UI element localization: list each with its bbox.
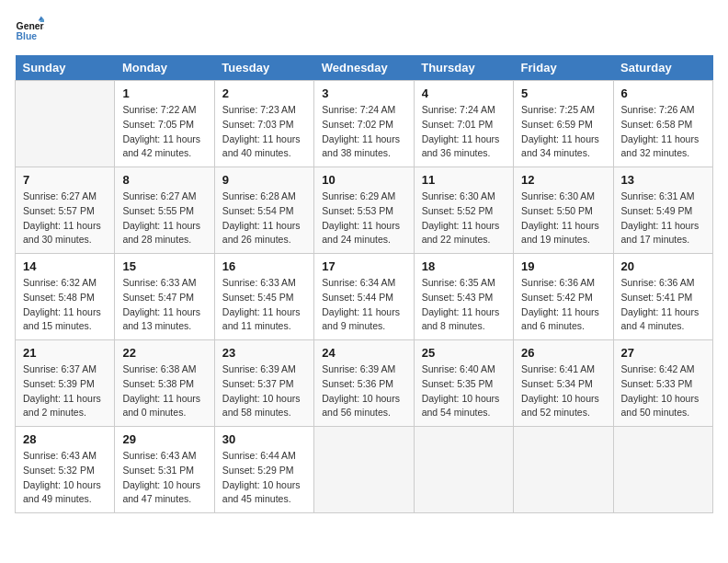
weekday-sunday: Sunday	[16, 55, 115, 81]
day-cell: 14Sunrise: 6:32 AMSunset: 5:48 PMDayligh…	[16, 254, 115, 340]
day-number: 20	[621, 259, 705, 273]
day-info: Sunrise: 7:22 AMSunset: 7:05 PMDaylight:…	[122, 103, 206, 161]
day-number: 16	[222, 259, 306, 273]
day-number: 27	[621, 346, 705, 360]
weekday-tuesday: Tuesday	[214, 55, 313, 81]
day-cell	[314, 427, 414, 513]
day-number: 5	[521, 86, 605, 100]
day-info: Sunrise: 6:41 AMSunset: 5:34 PMDaylight:…	[521, 362, 605, 420]
day-info: Sunrise: 6:43 AMSunset: 5:31 PMDaylight:…	[122, 449, 206, 507]
day-info: Sunrise: 6:33 AMSunset: 5:47 PMDaylight:…	[122, 276, 206, 334]
week-row-1: 7Sunrise: 6:27 AMSunset: 5:57 PMDaylight…	[16, 167, 713, 254]
day-number: 22	[122, 346, 206, 360]
day-info: Sunrise: 6:44 AMSunset: 5:29 PMDaylight:…	[222, 449, 306, 507]
day-number: 15	[122, 259, 206, 273]
day-info: Sunrise: 6:28 AMSunset: 5:54 PMDaylight:…	[222, 190, 306, 247]
day-info: Sunrise: 7:25 AMSunset: 6:59 PMDaylight:…	[521, 103, 605, 161]
week-row-3: 21Sunrise: 6:37 AMSunset: 5:39 PMDayligh…	[16, 340, 713, 427]
day-cell: 12Sunrise: 6:30 AMSunset: 5:50 PMDayligh…	[514, 167, 613, 254]
day-info: Sunrise: 6:29 AMSunset: 5:53 PMDaylight:…	[322, 190, 405, 247]
day-cell: 9Sunrise: 6:28 AMSunset: 5:54 PMDaylight…	[214, 167, 313, 254]
page-header: General Blue	[15, 15, 713, 44]
day-info: Sunrise: 6:42 AMSunset: 5:33 PMDaylight:…	[621, 362, 705, 420]
day-info: Sunrise: 6:39 AMSunset: 5:36 PMDaylight:…	[322, 362, 405, 420]
day-number: 28	[23, 432, 107, 446]
day-info: Sunrise: 6:34 AMSunset: 5:44 PMDaylight:…	[322, 276, 405, 334]
day-cell: 5Sunrise: 7:25 AMSunset: 6:59 PMDaylight…	[514, 81, 613, 167]
day-cell: 4Sunrise: 7:24 AMSunset: 7:01 PMDaylight…	[414, 81, 513, 167]
day-cell: 8Sunrise: 6:27 AMSunset: 5:55 PMDaylight…	[115, 167, 214, 254]
day-info: Sunrise: 6:38 AMSunset: 5:38 PMDaylight:…	[122, 362, 206, 420]
weekday-monday: Monday	[115, 55, 214, 81]
day-info: Sunrise: 6:40 AMSunset: 5:35 PMDaylight:…	[422, 362, 506, 420]
day-number: 1	[122, 86, 206, 100]
day-cell: 19Sunrise: 6:36 AMSunset: 5:42 PMDayligh…	[514, 254, 613, 340]
day-cell: 2Sunrise: 7:23 AMSunset: 7:03 PMDaylight…	[214, 81, 313, 167]
day-cell: 1Sunrise: 7:22 AMSunset: 7:05 PMDaylight…	[115, 81, 214, 167]
calendar-header: SundayMondayTuesdayWednesdayThursdayFrid…	[16, 55, 713, 81]
svg-text:Blue: Blue	[17, 31, 38, 41]
day-cell: 16Sunrise: 6:33 AMSunset: 5:45 PMDayligh…	[214, 254, 313, 340]
day-cell: 3Sunrise: 7:24 AMSunset: 7:02 PMDaylight…	[314, 81, 414, 167]
day-number: 21	[23, 346, 107, 360]
day-cell: 25Sunrise: 6:40 AMSunset: 5:35 PMDayligh…	[414, 340, 513, 427]
day-info: Sunrise: 7:23 AMSunset: 7:03 PMDaylight:…	[222, 103, 306, 161]
day-info: Sunrise: 7:24 AMSunset: 7:02 PMDaylight:…	[322, 103, 405, 161]
weekday-thursday: Thursday	[414, 55, 513, 81]
day-info: Sunrise: 6:30 AMSunset: 5:52 PMDaylight:…	[422, 190, 506, 247]
day-cell	[16, 81, 115, 167]
day-number: 7	[23, 173, 107, 187]
day-number: 18	[422, 259, 506, 273]
day-number: 29	[122, 432, 206, 446]
day-info: Sunrise: 7:24 AMSunset: 7:01 PMDaylight:…	[422, 103, 506, 161]
weekday-saturday: Saturday	[613, 55, 712, 81]
day-number: 25	[422, 346, 506, 360]
logo-icon: General Blue	[15, 15, 44, 44]
day-info: Sunrise: 6:37 AMSunset: 5:39 PMDaylight:…	[23, 362, 107, 420]
week-row-0: 1Sunrise: 7:22 AMSunset: 7:05 PMDaylight…	[16, 81, 713, 167]
logo: General Blue	[15, 15, 48, 44]
day-number: 12	[521, 173, 605, 187]
day-number: 11	[422, 173, 506, 187]
day-number: 2	[222, 86, 306, 100]
day-number: 14	[23, 259, 107, 273]
day-cell: 27Sunrise: 6:42 AMSunset: 5:33 PMDayligh…	[613, 340, 712, 427]
day-info: Sunrise: 6:31 AMSunset: 5:49 PMDaylight:…	[621, 190, 705, 247]
day-cell: 10Sunrise: 6:29 AMSunset: 5:53 PMDayligh…	[314, 167, 414, 254]
day-info: Sunrise: 7:26 AMSunset: 6:58 PMDaylight:…	[621, 103, 705, 161]
day-cell	[613, 427, 712, 513]
day-number: 17	[322, 259, 405, 273]
day-number: 3	[322, 86, 405, 100]
day-cell	[414, 427, 513, 513]
day-number: 19	[521, 259, 605, 273]
day-number: 4	[422, 86, 506, 100]
day-info: Sunrise: 6:27 AMSunset: 5:55 PMDaylight:…	[122, 190, 206, 247]
calendar-table: SundayMondayTuesdayWednesdayThursdayFrid…	[15, 55, 713, 513]
day-number: 24	[322, 346, 405, 360]
day-info: Sunrise: 6:33 AMSunset: 5:45 PMDaylight:…	[222, 276, 306, 334]
day-info: Sunrise: 6:35 AMSunset: 5:43 PMDaylight:…	[422, 276, 506, 334]
day-number: 23	[222, 346, 306, 360]
day-info: Sunrise: 6:27 AMSunset: 5:57 PMDaylight:…	[23, 190, 107, 247]
weekday-wednesday: Wednesday	[314, 55, 414, 81]
day-cell: 24Sunrise: 6:39 AMSunset: 5:36 PMDayligh…	[314, 340, 414, 427]
day-cell	[514, 427, 613, 513]
weekday-header-row: SundayMondayTuesdayWednesdayThursdayFrid…	[16, 55, 713, 81]
day-info: Sunrise: 6:36 AMSunset: 5:41 PMDaylight:…	[621, 276, 705, 334]
svg-text:General: General	[17, 21, 44, 31]
day-number: 26	[521, 346, 605, 360]
day-cell: 13Sunrise: 6:31 AMSunset: 5:49 PMDayligh…	[613, 167, 712, 254]
day-cell: 20Sunrise: 6:36 AMSunset: 5:41 PMDayligh…	[613, 254, 712, 340]
calendar-body: 1Sunrise: 7:22 AMSunset: 7:05 PMDaylight…	[16, 81, 713, 513]
day-cell: 22Sunrise: 6:38 AMSunset: 5:38 PMDayligh…	[115, 340, 214, 427]
day-cell: 7Sunrise: 6:27 AMSunset: 5:57 PMDaylight…	[16, 167, 115, 254]
day-cell: 18Sunrise: 6:35 AMSunset: 5:43 PMDayligh…	[414, 254, 513, 340]
weekday-friday: Friday	[514, 55, 613, 81]
day-number: 10	[322, 173, 405, 187]
day-cell: 26Sunrise: 6:41 AMSunset: 5:34 PMDayligh…	[514, 340, 613, 427]
day-cell: 23Sunrise: 6:39 AMSunset: 5:37 PMDayligh…	[214, 340, 313, 427]
day-cell: 21Sunrise: 6:37 AMSunset: 5:39 PMDayligh…	[16, 340, 115, 427]
day-info: Sunrise: 6:32 AMSunset: 5:48 PMDaylight:…	[23, 276, 107, 334]
day-info: Sunrise: 6:39 AMSunset: 5:37 PMDaylight:…	[222, 362, 306, 420]
week-row-2: 14Sunrise: 6:32 AMSunset: 5:48 PMDayligh…	[16, 254, 713, 340]
